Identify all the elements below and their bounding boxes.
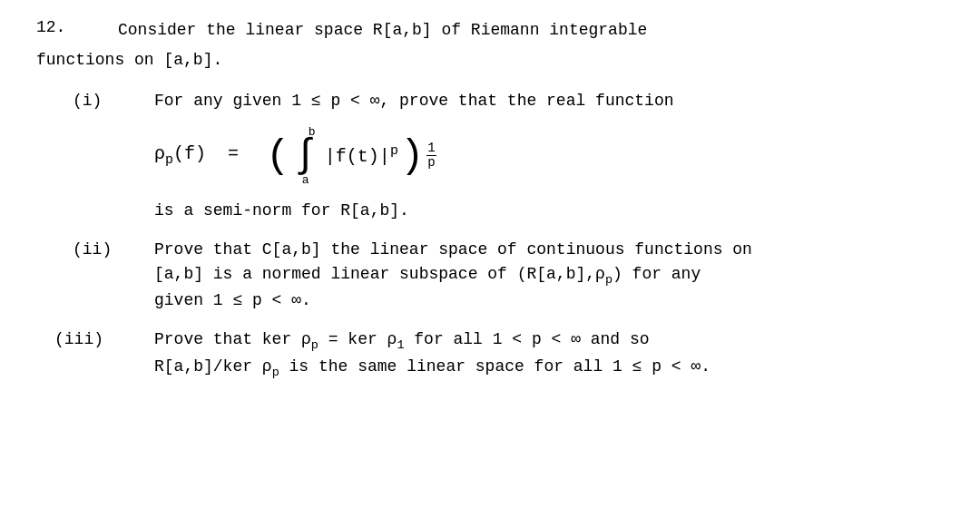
open-paren: ( (266, 136, 289, 176)
part-i: (i) For any given 1 ≤ p < ∞, prove that … (36, 89, 944, 223)
integral-container: b ∫ a (291, 126, 318, 186)
part-iii-line2: R[a,b]/ker ρp is the same linear space f… (154, 355, 944, 382)
part-i-text2: is a semi-norm for R[a,b]. (154, 199, 944, 223)
part-ii-text2: [a,b] is a normed linear subspace of (R[… (154, 265, 605, 283)
part-ii-text2c: ) for any (612, 265, 701, 283)
part-ii-content: Prove that C[a,b] the linear space of co… (154, 238, 944, 314)
problem-intro2: functions on [a,b]. (36, 48, 944, 73)
formula-sub-p: p (165, 152, 173, 168)
exponent-one-over-p: 1 p (426, 142, 436, 171)
problem-header: 12. Consider the linear space R[a,b] of … (36, 18, 944, 43)
integrand: |f(t)|p (325, 142, 398, 171)
frac-denominator: p (426, 156, 436, 170)
part-iii-label: (iii) (36, 327, 154, 352)
part-iii-end: for all 1 < p < ∞ and so (414, 330, 649, 348)
part-i-label: (i) (36, 89, 154, 113)
part-iii: (iii) Prove that ker ρp = ker ρ1 for all… (36, 327, 944, 382)
part-ii: (ii) Prove that C[a,b] the linear space … (36, 238, 944, 314)
power-p: p (390, 143, 398, 159)
frac-numerator: 1 (426, 142, 436, 156)
part-ii-text3: given 1 ≤ p < ∞. (154, 288, 944, 313)
part-ii-text1: Prove that C[a,b] the linear space of co… (154, 238, 944, 262)
formula-lhs: ρp(f) = (154, 141, 250, 171)
part-iii-sub-1: 1 (397, 338, 404, 352)
problem-number: 12. (36, 18, 118, 36)
problem-intro: Consider the linear space R[a,b] of Riem… (118, 18, 944, 43)
integral-expression: ( b ∫ a |f(t)|p ) 1 p (266, 126, 436, 186)
part-i-content: For any given 1 ≤ p < ∞, prove that the … (154, 89, 944, 223)
part-ii-sub-p: p (605, 272, 612, 286)
part-i-text1: For any given 1 ≤ p < ∞, prove that the … (154, 89, 944, 113)
page: 12. Consider the linear space R[a,b] of … (36, 18, 944, 490)
part-iii-mid: = ker ρ (328, 330, 397, 348)
part-ii-text2-line: [a,b] is a normed linear subspace of (R[… (154, 262, 944, 289)
part-iii-text1: Prove that ker ρ (154, 330, 311, 348)
part-iii-text2-end: is the same linear space for all 1 ≤ p <… (289, 357, 710, 376)
part-ii-label: (ii) (36, 238, 154, 262)
part-iii-content: Prove that ker ρp = ker ρ1 for all 1 < p… (154, 327, 944, 382)
part-iii-sub-p2: p (272, 366, 279, 379)
part-iii-text2: R[a,b]/ker ρ (154, 357, 272, 376)
close-paren: ) (400, 136, 424, 176)
part-iii-sub-p: p (311, 338, 318, 352)
formula-block: ρp(f) = ( b ∫ a |f(t)|p ) 1 (154, 126, 944, 186)
part-iii-line1: Prove that ker ρp = ker ρ1 for all 1 < p… (154, 327, 944, 355)
